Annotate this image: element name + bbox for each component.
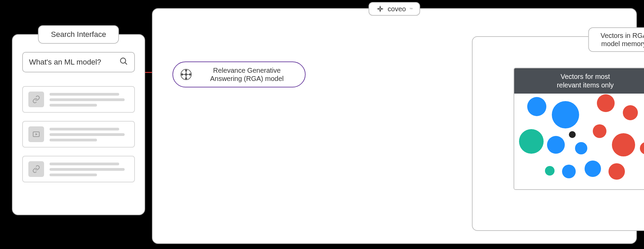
vector-dot [623, 105, 638, 120]
coveo-tm: ™ [409, 7, 413, 11]
vector-dot [562, 165, 576, 178]
vector-dot [585, 161, 601, 177]
rga-model-node: Relevance Generative Answering (RGA) mod… [172, 61, 306, 87]
coveo-brand-text: coveo [388, 5, 406, 13]
video-icon [28, 126, 44, 142]
link-icon [28, 92, 44, 107]
vector-dot [527, 97, 546, 116]
vector-dot [597, 94, 615, 112]
list-item[interactable] [22, 121, 135, 148]
vectors-plot [514, 94, 644, 189]
list-item[interactable] [22, 156, 135, 182]
vector-dot [640, 142, 644, 154]
coveo-logo-icon [376, 5, 384, 13]
vectors-panel-title-text: Vectors in RGA model memory [601, 31, 644, 48]
vector-dot [545, 166, 555, 176]
vector-dot [569, 131, 576, 138]
vector-dot [612, 133, 635, 156]
result-skeleton [50, 126, 129, 141]
rga-model-label: Relevance Generative Answering (RGA) mod… [198, 66, 296, 83]
search-query-text: What's an ML model? [29, 58, 119, 67]
vector-dot [593, 124, 606, 138]
vector-dot [608, 163, 625, 180]
result-skeleton [50, 161, 129, 176]
result-skeleton [50, 92, 129, 107]
vectors-card-title-text: Vectors for most relevant items only [518, 72, 644, 89]
vectors-card: Vectors for most relevant items only [514, 68, 644, 190]
vectors-card-title: Vectors for most relevant items only [514, 68, 644, 94]
coveo-panel: coveo™ Vectors in RGA model memory Vecto… [152, 8, 637, 244]
vector-dot [575, 142, 587, 154]
list-item[interactable] [22, 86, 135, 113]
search-icon[interactable] [119, 57, 128, 68]
link-icon [28, 161, 44, 177]
network-icon [180, 68, 192, 81]
vector-dot [552, 101, 579, 128]
search-results-list [22, 86, 135, 182]
coveo-badge: coveo™ [368, 2, 420, 16]
vector-dot [547, 136, 565, 154]
svg-line-3 [125, 63, 127, 64]
svg-marker-5 [36, 133, 38, 135]
vectors-panel-title: Vectors in RGA model memory [588, 27, 644, 52]
vector-dot [519, 129, 544, 154]
vectors-memory-panel: Vectors in RGA model memory Vectors for … [472, 36, 644, 231]
search-interface-title: Search Interface [38, 25, 119, 44]
search-interface-title-text: Search Interface [51, 30, 106, 39]
search-input[interactable]: What's an ML model? [22, 52, 135, 72]
search-interface-panel: Search Interface What's an ML model? [12, 34, 145, 215]
